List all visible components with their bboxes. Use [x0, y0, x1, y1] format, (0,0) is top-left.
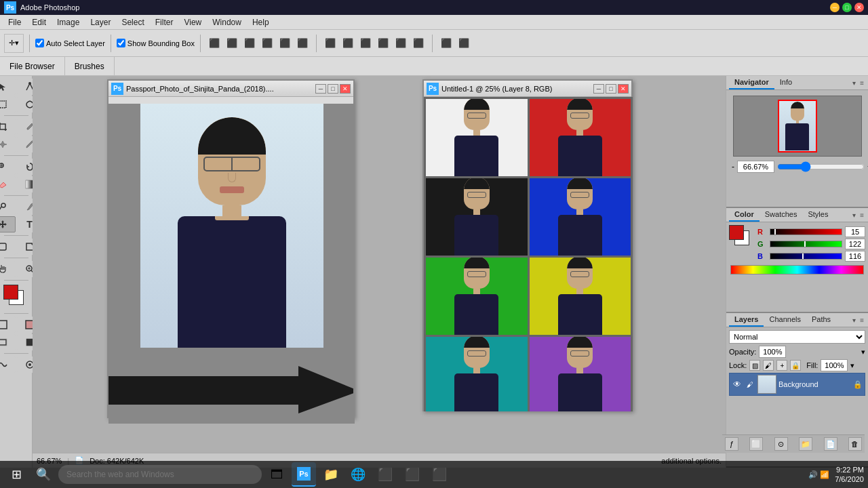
extra-tool-1[interactable]	[0, 357, 16, 373]
layers-menu-icon[interactable]: ≡	[859, 315, 865, 325]
taskbar-app-icon-3[interactable]: ⬛	[427, 462, 452, 487]
navigator-collapse-icon[interactable]: ▾	[851, 78, 857, 88]
arrange-button-2[interactable]: ⬛	[456, 35, 472, 52]
taskbar-chrome-icon[interactable]: 🌐	[346, 462, 370, 487]
align-top-button[interactable]: ⬛	[206, 35, 222, 52]
window-controls[interactable]: ─ □ ✕	[830, 3, 864, 12]
dist-hcenter-button[interactable]: ⬛	[393, 35, 409, 52]
close-button[interactable]: ✕	[854, 3, 864, 12]
maximize-button[interactable]: □	[842, 3, 852, 12]
taskbar-search-icon[interactable]: 🔍	[31, 462, 56, 487]
color-spectrum-bar[interactable]	[730, 265, 864, 274]
passport-document-window[interactable]: Ps Passport_Photo_of_Sinjita_Panda_(2018…	[107, 79, 355, 418]
passport-window-titlebar[interactable]: Ps Passport_Photo_of_Sinjita_Panda_(2018…	[108, 81, 353, 97]
lock-all-btn[interactable]: 🔒	[790, 360, 801, 371]
dodge-tool[interactable]	[0, 199, 16, 215]
marquee-tool[interactable]	[0, 96, 16, 113]
channel-r-bar[interactable]	[770, 228, 842, 235]
dist-right-button[interactable]: ⬛	[410, 35, 427, 52]
color-fg-bg-swatches[interactable]	[729, 225, 753, 249]
grid-window-titlebar[interactable]: Ps Untitled-1 @ 25% (Layer 8, RGB) ─ □ ✕	[424, 81, 631, 97]
blend-mode-select[interactable]: Normal Multiply Screen	[729, 330, 865, 344]
menu-file[interactable]: File	[3, 16, 26, 28]
color-tab[interactable]: Color	[729, 208, 760, 222]
lock-image-btn[interactable]: 🖌	[763, 360, 774, 371]
swatches-tab[interactable]: Swatches	[760, 208, 803, 222]
zoom-slider[interactable]	[777, 162, 865, 171]
dist-vcenter-button[interactable]: ⬛	[340, 35, 356, 52]
move-tool-toolbox[interactable]	[0, 216, 16, 232]
taskbar-ps-icon[interactable]: Ps	[292, 462, 316, 487]
grid-document-window[interactable]: Ps Untitled-1 @ 25% (Layer 8, RGB) ─ □ ✕	[422, 79, 633, 411]
lock-transparent-btn[interactable]: ▨	[749, 360, 760, 371]
channels-tab[interactable]: Channels	[764, 313, 806, 327]
grid-minimize-btn[interactable]: ─	[593, 84, 604, 94]
bounding-box-checkbox[interactable]	[117, 39, 125, 47]
color-swatches-toolbox[interactable]	[3, 285, 29, 309]
select-tool[interactable]	[0, 79, 16, 95]
layers-tab[interactable]: Layers	[729, 313, 764, 327]
fg-color-box[interactable]	[729, 225, 744, 240]
minimize-button[interactable]: ─	[830, 3, 840, 12]
styles-tab[interactable]: Styles	[802, 208, 833, 222]
new-fill-layer-btn[interactable]: ⊙	[774, 437, 788, 451]
lock-position-btn[interactable]: +	[776, 360, 787, 371]
info-tab[interactable]: Info	[774, 76, 797, 89]
align-hcenter-button[interactable]: ⬛	[277, 35, 293, 52]
start-button[interactable]: ⊞	[4, 464, 28, 485]
paths-tab[interactable]: Paths	[806, 313, 836, 327]
custom-shape-tool[interactable]	[0, 239, 16, 255]
layers-collapse-icon[interactable]: ▾	[851, 315, 857, 325]
channel-r-input[interactable]	[845, 226, 865, 237]
align-vcenter-button[interactable]: ⬛	[224, 35, 240, 52]
layer-background-item[interactable]: 👁 🖌 Background 🔒	[729, 373, 865, 396]
grid-window-controls[interactable]: ─ □ ✕	[593, 84, 629, 94]
taskview-button[interactable]: 🗖	[264, 462, 289, 487]
align-left-button[interactable]: ⬛	[259, 35, 275, 52]
color-collapse-icon[interactable]: ▾	[851, 210, 857, 220]
menu-layer[interactable]: Layer	[85, 16, 116, 28]
layer-visibility-toggle[interactable]: 👁	[732, 379, 743, 390]
screen-mode-btn-1[interactable]	[0, 334, 16, 350]
add-style-btn[interactable]: ƒ	[726, 437, 738, 451]
menu-select[interactable]: Select	[116, 16, 149, 28]
fg-color-swatch[interactable]	[3, 285, 18, 300]
standard-mode[interactable]	[0, 317, 16, 333]
passport-window-controls[interactable]: ─ □ ✕	[315, 84, 351, 94]
auto-select-checkbox[interactable]	[35, 39, 44, 47]
arrange-button-1[interactable]: ⬛	[438, 35, 454, 52]
dist-top-button[interactable]: ⬛	[322, 35, 338, 52]
fill-input[interactable]	[821, 359, 848, 371]
passport-close-btn[interactable]: ✕	[340, 84, 351, 94]
zoom-input[interactable]	[737, 161, 774, 173]
channel-g-bar[interactable]	[770, 241, 842, 247]
crop-tool[interactable]	[0, 119, 16, 135]
delete-layer-btn[interactable]: 🗑	[848, 437, 862, 451]
hand-tool[interactable]	[0, 261, 16, 277]
zoom-out-icon[interactable]: -	[732, 162, 734, 171]
opacity-input[interactable]	[759, 346, 786, 358]
layer-link-icon[interactable]: 🖌	[745, 379, 755, 390]
align-right-button[interactable]: ⬛	[294, 35, 311, 52]
taskbar-app-icon-1[interactable]: ⬛	[373, 462, 397, 487]
new-group-btn[interactable]: 📁	[799, 437, 812, 451]
new-layer-btn[interactable]: 📄	[824, 437, 837, 451]
menu-image[interactable]: Image	[52, 16, 85, 28]
menu-edit[interactable]: Edit	[26, 16, 52, 28]
dist-left-button[interactable]: ⬛	[375, 35, 391, 52]
clone-tool[interactable]	[0, 159, 16, 175]
eraser-tool[interactable]	[0, 176, 16, 192]
bounding-box-checkbox-group[interactable]: Show Bounding Box	[117, 39, 195, 47]
dist-bottom-button[interactable]: ⬛	[357, 35, 374, 52]
taskbar-app-icon-2[interactable]: ⬛	[400, 462, 425, 487]
add-mask-btn[interactable]: ⬜	[749, 437, 763, 451]
grid-maximize-btn[interactable]: □	[606, 84, 616, 94]
channel-b-bar[interactable]	[770, 253, 842, 260]
navigator-tab[interactable]: Navigator	[729, 76, 774, 89]
move-tool-button[interactable]: ✛▾	[4, 34, 24, 53]
file-browser-tab[interactable]: File Browser	[0, 57, 65, 75]
menu-help[interactable]: Help	[247, 16, 275, 28]
passport-maximize-btn[interactable]: □	[328, 84, 338, 94]
brushes-tab[interactable]: Brushes	[65, 57, 115, 75]
navigator-menu-icon[interactable]: ≡	[859, 78, 865, 88]
